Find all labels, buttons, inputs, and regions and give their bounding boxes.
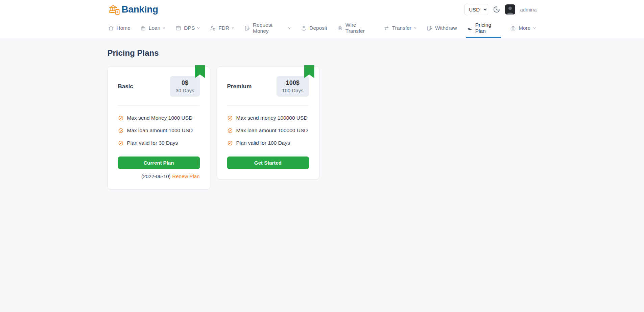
plan-name: Premium [227,83,252,90]
briefcase-icon [510,25,516,31]
nav-item-request-money[interactable]: Request Money [244,19,292,38]
check-circle-icon [227,140,233,146]
nav-item-dps[interactable]: DPS [175,19,201,38]
main-nav: Home Loan [0,19,644,38]
chevron-down-icon [197,26,200,30]
bookmark-ribbon-icon [195,65,205,78]
plan-duration: 30 Days [175,88,194,93]
divider [118,105,200,106]
page: $ Banking USD [0,0,644,190]
file-pen-icon [244,25,250,31]
feature-list: Max send money 100000 USD Max loan amoun… [227,115,309,146]
nav-label: DPS [184,25,195,31]
home-icon [108,25,114,31]
nav-item-home[interactable]: Home [108,19,131,38]
moon-icon [493,6,500,13]
plan-name: Basic [118,83,133,90]
check-circle-icon [227,128,233,134]
feature-text: Plan valid for 30 Days [127,140,178,146]
divider [227,105,309,106]
feature-item: Max loan amount 1000 USD [118,127,200,134]
feature-item: Plan valid for 100 Days [227,140,309,146]
nav-label: Home [117,25,130,31]
user-shield-icon [210,25,216,31]
chevron-down-icon [231,26,235,30]
theme-toggle[interactable] [493,6,500,13]
svg-text:$: $ [116,10,118,14]
feature-item: Max send Money 1000 USD [118,115,200,121]
nav-item-loan[interactable]: Loan [140,19,166,38]
plan-card-premium: Premium 100$ 100 Days [217,66,319,179]
check-circle-icon [118,140,124,146]
feature-text: Plan valid for 100 Days [236,140,290,146]
username-label[interactable]: admina [520,7,536,13]
nav-item-pricing-plan[interactable]: Pricing Plan [466,19,501,38]
avatar[interactable] [505,4,515,15]
feature-list: Max send Money 1000 USD Max loan amount … [118,115,200,146]
nav-item-more[interactable]: More [509,19,536,38]
check-circle-icon [118,128,124,134]
page-title: Pricing Plans [108,38,537,66]
brand-logo[interactable]: $ Banking [108,3,158,16]
renew-plan-link[interactable]: Renew Plan [172,173,200,179]
feature-text: Max loan amount 100000 USD [236,127,308,134]
nav-item-wire-transfer[interactable]: Wire Transfer [336,19,375,38]
plan-price: 100$ [282,79,303,87]
price-badge: 0$ 30 Days [170,76,199,97]
hand-holding-icon [467,25,473,31]
nav-label: Pricing Plan [475,22,501,34]
nav-label: Loan [149,25,160,31]
cash-register-icon [140,25,146,31]
top-header: $ Banking USD [0,0,644,19]
plan-duration: 100 Days [282,88,303,93]
nav-label: Withdraw [435,25,457,31]
chevron-down-icon [533,26,536,30]
chevron-down-icon [413,26,417,30]
renew-row: (2022-06-10) Renew Plan [118,173,200,179]
nav-label: Request Money [253,22,286,34]
nav-item-deposit[interactable]: Deposit [300,19,328,38]
plan-card-basic: Basic 0$ 30 Days [108,66,210,190]
get-started-button[interactable]: Get Started [227,157,309,169]
bank-logo-icon: $ [108,3,121,16]
chevron-down-icon [162,26,166,30]
feature-text: Max loan amount 1000 USD [127,127,193,134]
current-plan-button[interactable]: Current Plan [118,157,200,169]
nav-item-withdraw[interactable]: Withdraw [426,19,458,38]
archive-icon [175,25,181,31]
feature-item: Max send money 100000 USD [227,115,309,121]
feature-item: Max loan amount 100000 USD [227,127,309,134]
nav-label: Transfer [392,25,411,31]
plan-price: 0$ [175,79,194,87]
feature-text: Max send money 100000 USD [236,115,308,121]
feature-text: Max send Money 1000 USD [127,115,193,121]
check-circle-icon [227,115,233,121]
nav-item-transfer[interactable]: Transfer [383,19,418,38]
feature-item: Plan valid for 30 Days [118,140,200,146]
pricing-cards: Basic 0$ 30 Days [108,66,537,190]
price-badge: 100$ 100 Days [277,76,309,97]
nav-item-fdr[interactable]: FDR [209,19,235,38]
bookmark-ribbon-icon [304,65,314,78]
chevron-down-icon [288,26,291,30]
nav-label: FDR [218,25,229,31]
arrows-swap-icon [384,25,389,31]
file-pen-icon [427,25,432,31]
bank-machine-icon [337,25,343,31]
check-circle-icon [118,115,124,121]
nav-label: More [519,25,530,31]
currency-select[interactable]: USD [464,4,488,15]
renew-date: (2022-06-10) [141,173,171,179]
hand-coin-icon [301,25,307,31]
nav-label: Wire Transfer [345,22,374,34]
nav-label: Deposit [309,25,327,31]
brand-name: Banking [122,4,158,15]
